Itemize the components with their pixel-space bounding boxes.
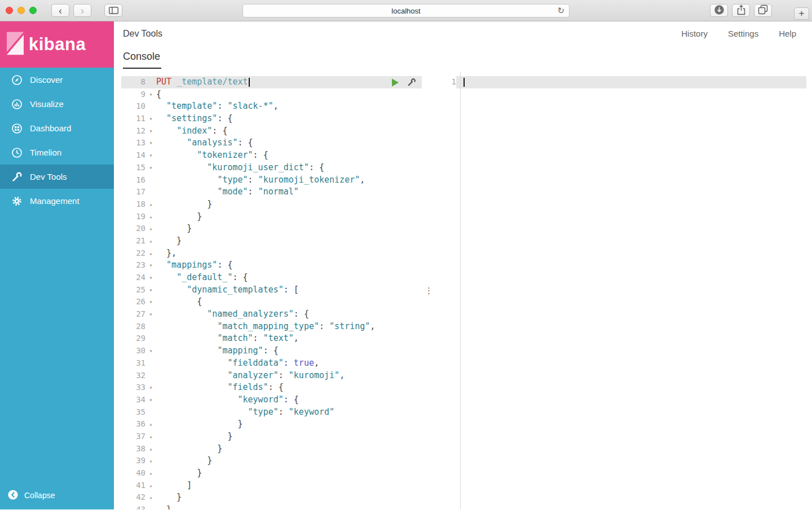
request-settings-wrench-button[interactable]: [407, 78, 416, 87]
sidebar-item-visualize[interactable]: Visualize: [0, 92, 114, 116]
fold-close-icon[interactable]: ▴: [145, 247, 156, 260]
code-line[interactable]: 1: [436, 76, 812, 88]
settings-link[interactable]: Settings: [728, 29, 758, 45]
code-line[interactable]: 17 "mode": "normal": [121, 186, 422, 198]
fold-close-icon[interactable]: ▴: [145, 418, 156, 431]
share-button[interactable]: [732, 4, 750, 17]
code-line[interactable]: 25▾ "dynamic_templates": [: [121, 284, 422, 296]
code-line[interactable]: 16 "type": "kuromoji_tokenizer",: [121, 174, 422, 187]
send-request-button[interactable]: [391, 78, 399, 87]
fold-open-icon[interactable]: ▾: [145, 284, 156, 296]
fold-open-icon[interactable]: ▾: [145, 125, 156, 138]
page-title: Dev Tools: [123, 29, 162, 45]
forward-button[interactable]: ›: [73, 4, 91, 17]
code-line[interactable]: 12▾ "index": {: [121, 125, 422, 138]
minimize-window-button[interactable]: [17, 7, 25, 14]
reload-button[interactable]: ↻: [557, 6, 564, 16]
code-line[interactable]: 43 }: [121, 504, 422, 509]
line-number: 22: [121, 247, 145, 260]
fold-spacer: [145, 76, 156, 88]
code-line[interactable]: 24▾ "_default_": {: [121, 272, 422, 284]
code-line[interactable]: 41▴ ]: [121, 480, 422, 492]
kibana-logo-mark-icon: [7, 31, 24, 58]
fold-open-icon[interactable]: ▾: [145, 345, 156, 357]
code-line[interactable]: 36▴ }: [121, 418, 422, 431]
code-line[interactable]: 10 "template": "slack-*",: [121, 100, 422, 113]
sidebar-toggle-button[interactable]: [104, 4, 122, 17]
fold-close-icon[interactable]: ▴: [145, 443, 156, 455]
fold-open-icon[interactable]: ▾: [145, 137, 156, 149]
downloads-button[interactable]: [710, 4, 728, 17]
code-line[interactable]: 11▾ "settings": {: [121, 113, 422, 125]
code-line[interactable]: 19▴ }: [121, 211, 422, 223]
sidebar-item-dev-tools[interactable]: Dev Tools: [0, 165, 114, 189]
fold-open-icon[interactable]: ▾: [145, 88, 156, 101]
fold-close-icon[interactable]: ▴: [145, 198, 156, 211]
line-number: 38: [121, 443, 145, 455]
code-line[interactable]: 42▴ }: [121, 491, 422, 504]
fold-open-icon[interactable]: ▾: [145, 308, 156, 321]
fold-close-icon[interactable]: ▴: [145, 431, 156, 443]
tab-console[interactable]: Console: [123, 51, 161, 69]
fold-open-icon[interactable]: ▾: [145, 296, 156, 308]
sidebar-item-discover[interactable]: Discover: [0, 68, 114, 92]
code-line[interactable]: 13▾ "analysis": {: [121, 137, 422, 149]
help-link[interactable]: Help: [779, 29, 796, 45]
sidebar-item-timelion[interactable]: Timelion: [0, 140, 114, 165]
code-line[interactable]: 29 "match": "text",: [121, 332, 422, 345]
back-button[interactable]: ‹: [51, 4, 69, 17]
code-text: "mapping": {: [156, 345, 279, 357]
request-editor[interactable]: 8PUT _template/text9▾{10 "template": "sl…: [121, 72, 422, 509]
fold-close-icon[interactable]: ▴: [145, 467, 156, 480]
code-line[interactable]: 39▴ }: [121, 455, 422, 467]
address-bar[interactable]: localhost ↻: [242, 4, 570, 17]
new-tab-button[interactable]: +: [794, 7, 809, 20]
zoom-window-button[interactable]: [29, 7, 37, 14]
fold-close-icon[interactable]: ▴: [145, 211, 156, 223]
close-window-button[interactable]: [6, 7, 13, 14]
code-line[interactable]: 40▴ }: [121, 467, 422, 480]
code-line[interactable]: 32 "analyzer": "kuromoji",: [121, 370, 422, 382]
fold-open-icon[interactable]: ▾: [145, 272, 156, 284]
code-line[interactable]: 37▴ }: [121, 431, 422, 443]
history-link[interactable]: History: [681, 29, 708, 45]
code-line[interactable]: 18▴ }: [121, 198, 422, 211]
code-line[interactable]: 21▴ }: [121, 235, 422, 247]
fold-open-icon[interactable]: ▾: [145, 162, 156, 174]
code-line[interactable]: 30▾ "mapping": {: [121, 345, 422, 357]
sidebar-item-management[interactable]: Management: [0, 189, 114, 213]
code-line[interactable]: 9▾{: [121, 88, 422, 101]
sidebar-collapse-button[interactable]: Collapse: [0, 482, 114, 508]
code-line[interactable]: 15▾ "kuromoji_user_dict": {: [121, 162, 422, 174]
code-line[interactable]: 26▾ {: [121, 296, 422, 308]
fold-close-icon[interactable]: ▴: [145, 235, 156, 247]
fold-close-icon[interactable]: ▴: [145, 455, 156, 467]
code-line[interactable]: 23▾ "mappings": {: [121, 259, 422, 272]
fold-open-icon[interactable]: ▾: [145, 382, 156, 394]
code-line[interactable]: 38▴ }: [121, 443, 422, 455]
code-line[interactable]: 20▴ }: [121, 223, 422, 235]
code-line[interactable]: 33▾ "fields": {: [121, 382, 422, 394]
code-line[interactable]: 22▴ },: [121, 247, 422, 260]
sidebar-item-dashboard[interactable]: Dashboard: [0, 116, 114, 140]
fold-open-icon[interactable]: ▾: [145, 149, 156, 162]
fold-open-icon[interactable]: ▾: [145, 394, 156, 406]
code-text: }: [156, 467, 202, 480]
tab-overview-button[interactable]: [754, 4, 772, 17]
code-line[interactable]: 27▾ "named_analyzers": {: [121, 308, 422, 321]
fold-close-icon[interactable]: ▴: [145, 223, 156, 235]
fold-close-icon[interactable]: ▴: [145, 480, 156, 492]
code-line[interactable]: 28 "match_mapping_type": "string",: [121, 321, 422, 333]
editor-resize-handle[interactable]: ⋮: [422, 72, 436, 509]
fold-close-icon[interactable]: ▴: [145, 491, 156, 504]
fold-open-icon[interactable]: ▾: [145, 259, 156, 272]
code-line[interactable]: 31 "fielddata": true,: [121, 357, 422, 370]
code-line[interactable]: 35 "type": "keyword": [121, 406, 422, 419]
code-line[interactable]: 8PUT _template/text: [121, 76, 422, 88]
fold-open-icon[interactable]: ▾: [145, 113, 156, 125]
code-line[interactable]: 14▾ "tokenizer": {: [121, 149, 422, 162]
line-number: 26: [121, 296, 145, 308]
response-editor[interactable]: 1: [436, 72, 812, 509]
kibana-logo[interactable]: kibana: [0, 21, 114, 68]
code-line[interactable]: 34▾ "keyword": {: [121, 394, 422, 406]
